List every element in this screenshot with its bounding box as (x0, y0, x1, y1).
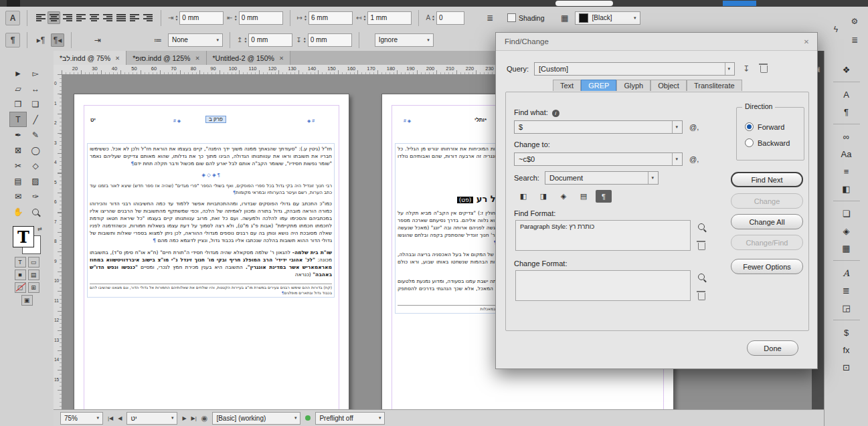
last-line-indent-stepper[interactable]: ▲▼ (363, 15, 366, 21)
apply-none-icon[interactable]: ▢ (15, 282, 26, 293)
align-toward-spine-icon[interactable] (128, 11, 141, 24)
apply-color-icon[interactable]: ■ (15, 270, 26, 280)
numbered-list-icon[interactable]: ≣ (483, 11, 497, 25)
tab-marker-icon[interactable]: ⇥ (91, 33, 104, 47)
include-hidden-layers-icon[interactable]: ◈ (555, 190, 572, 203)
preflight-profile-combo[interactable]: [Basic] (working) ▾ (212, 412, 300, 425)
shading-checkbox[interactable]: Shading (507, 13, 545, 22)
scripts-panel-icon[interactable]: $ (836, 324, 857, 340)
scissors-tool[interactable]: ✂ (9, 158, 27, 173)
last-line-indent-input[interactable] (367, 11, 412, 25)
direction-backward-radio[interactable]: Backward (745, 138, 790, 147)
note-tool[interactable]: ✉ (9, 189, 27, 204)
previous-page-icon[interactable]: ◀ (118, 415, 122, 421)
dialog-close-icon[interactable]: ✕ (801, 36, 812, 47)
pen-tool[interactable]: ✒ (9, 127, 27, 142)
screen-mode-icon[interactable]: ▣ (21, 295, 33, 306)
text-wrap-panel-icon[interactable]: ◲ (836, 300, 857, 316)
document-tab[interactable]: *סופ.indd @ 125%✕ (126, 51, 206, 65)
space-before-stepper[interactable]: ▲▼ (244, 37, 247, 43)
special-characters-flyout-icon[interactable]: @, (689, 123, 699, 131)
ellipse-tool[interactable]: ◯ (27, 142, 44, 158)
gradient-swatch-tool[interactable]: ▤ (9, 173, 27, 189)
zoom-level-combo[interactable]: 75% ▾ (60, 412, 103, 425)
character-panel-icon[interactable]: A (836, 86, 857, 102)
search-scope-combo[interactable]: Document ▾ (545, 171, 659, 185)
right-indent-stepper[interactable]: ▲▼ (234, 15, 238, 21)
last-page-icon[interactable]: ▶| (191, 415, 197, 421)
ltr-paragraph-direction-icon[interactable]: ▸¶ (34, 33, 48, 47)
justify-last-left-icon[interactable] (74, 11, 87, 24)
paragraph-styles-panel-icon[interactable]: ≣ (836, 282, 857, 298)
frame-fitting-panel-icon[interactable]: ⊡ (836, 359, 857, 375)
character-formatting-toggle[interactable]: A (5, 11, 20, 25)
rectangle-frame-tool[interactable]: ⊠ (9, 142, 27, 158)
close-tab-icon[interactable]: ✕ (195, 55, 199, 62)
control-panel-gear-icon[interactable]: ⚙ (848, 15, 861, 28)
fewer-options-button[interactable]: Fewer Options (731, 259, 803, 274)
close-tab-icon[interactable]: ✕ (115, 55, 120, 62)
selection-tool[interactable]: ► (9, 66, 27, 81)
free-transform-tool[interactable]: ◇ (27, 158, 44, 173)
change-find-button[interactable]: Change/Find (731, 235, 803, 250)
stroke-panel-icon[interactable]: ≡ (836, 163, 857, 179)
delete-query-icon[interactable] (758, 63, 770, 75)
left-indent-stepper[interactable]: ▲▼ (175, 15, 178, 21)
justify-last-center-icon[interactable] (88, 11, 100, 24)
list-type-combo[interactable]: None▾ (168, 33, 223, 47)
align-center-icon[interactable] (48, 11, 60, 24)
rtl-paragraph-direction-icon[interactable]: ¶◂ (51, 33, 64, 47)
pencil-tool[interactable]: ✎ (27, 127, 44, 142)
type-tool[interactable]: T (9, 112, 27, 127)
hand-tool[interactable]: ✋ (9, 204, 27, 219)
glyphs-panel-icon[interactable]: Aa (836, 146, 857, 162)
done-button[interactable]: Done (747, 340, 798, 356)
special-characters-flyout-icon[interactable]: @, (689, 155, 699, 163)
document-page-left[interactable]: יט ◈ # פרק ב # ◈ חז"ל (גיטין ע.): "סעודת… (74, 94, 349, 409)
space-after-stepper[interactable]: ▲▼ (303, 37, 307, 43)
specify-change-attributes-icon[interactable] (696, 272, 707, 282)
links-panel-icon[interactable]: ∞ (836, 128, 857, 144)
zoom-tool[interactable] (27, 204, 44, 219)
drop-cap-lines-input[interactable] (436, 11, 464, 25)
swap-fill-stroke-icon[interactable]: ⇄ (37, 226, 42, 232)
pages-panel-icon[interactable]: ❏ (836, 205, 857, 221)
page-tool[interactable]: ▱ (9, 81, 27, 96)
eyedropper-tool[interactable]: ✑ (27, 189, 44, 204)
align-right-icon[interactable] (61, 11, 74, 24)
list-format-icon[interactable]: ≔ (151, 33, 165, 47)
change-format-box[interactable] (515, 270, 691, 301)
page-number-combo[interactable]: יט ▾ (126, 412, 177, 425)
close-tab-icon[interactable]: ✕ (279, 55, 284, 62)
change-to-input[interactable]: ~c$0 ▾ (514, 152, 683, 166)
include-footnotes-icon[interactable]: ¶ (596, 190, 612, 203)
layers-panel-icon[interactable]: ◈ (836, 223, 857, 239)
paragraph-panel-icon[interactable]: ¶ (836, 104, 857, 120)
change-button[interactable]: Change (731, 193, 803, 209)
shading-grid-icon[interactable]: ▦ (558, 11, 572, 25)
right-indent-input[interactable] (239, 11, 283, 25)
left-indent-input[interactable] (179, 11, 224, 25)
align-away-spine-icon[interactable] (141, 11, 154, 24)
include-locked-stories-icon[interactable]: ◨ (535, 190, 551, 203)
include-master-pages-icon[interactable]: ▤ (576, 190, 592, 203)
direction-forward-radio[interactable]: Forward (745, 122, 784, 131)
next-page-icon[interactable]: ▶ (182, 415, 186, 421)
line-tool[interactable]: ╱ (27, 112, 44, 127)
drop-cap-lines-stepper[interactable]: ▲▼ (432, 15, 435, 21)
clear-change-format-icon[interactable] (696, 291, 707, 302)
change-all-button[interactable]: Change All (731, 214, 803, 229)
formatting-affects-text-icon[interactable]: T (15, 257, 26, 268)
include-locked-layers-icon[interactable]: ◧ (515, 190, 531, 203)
preflight-status-combo[interactable]: Preflight off ▾ (315, 412, 385, 425)
shading-color-combo[interactable]: [Black]▾ (575, 11, 640, 25)
save-query-icon[interactable]: ↧ (740, 63, 752, 75)
specify-find-attributes-icon[interactable] (696, 221, 707, 232)
space-after-input[interactable] (308, 33, 352, 47)
control-panel-menu-icon[interactable]: ≣ (848, 33, 861, 47)
first-line-indent-stepper[interactable]: ▲▼ (304, 15, 307, 21)
first-line-indent-input[interactable] (309, 11, 353, 25)
query-combo[interactable]: [Custom] ▾ (534, 62, 735, 76)
view-options-icon[interactable]: ⊞ (28, 282, 39, 293)
direct-selection-tool[interactable]: ▻ (27, 66, 44, 81)
